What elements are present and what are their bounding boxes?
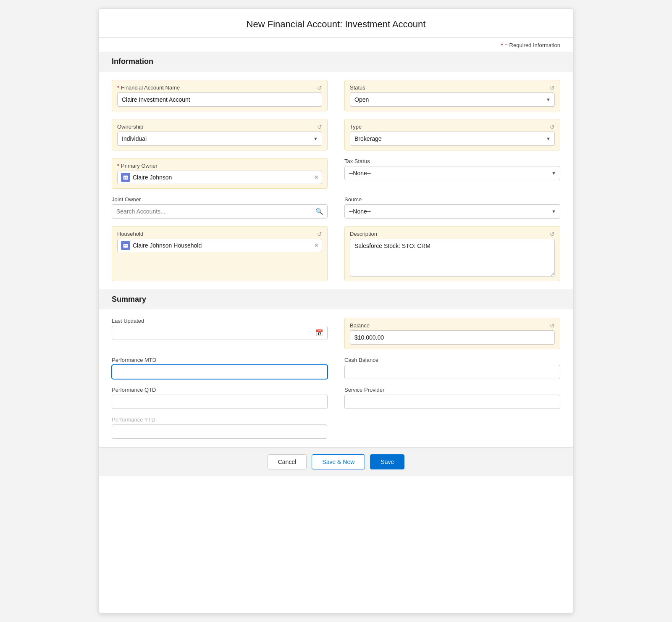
calendar-icon[interactable]: 📅 [315,329,323,337]
performance-mtd-input[interactable] [112,365,328,379]
primary-owner-icon [121,173,130,182]
summary-section-header: Summary [99,290,573,309]
reset-financial-account-name-icon[interactable]: ↺ [317,85,322,91]
last-updated-group: Last Updated 📅 [112,318,328,349]
building-icon [123,174,129,180]
household-value: Claire Johnson Household [133,242,312,249]
reset-household-icon[interactable]: ↺ [317,231,322,237]
tax-status-select-wrapper: --None-- Taxable Tax-Deferred Tax-Exempt [344,166,560,180]
status-select-wrapper: Open Closed Pending [350,92,555,107]
performance-qtd-group: Performance QTD [112,387,328,409]
primary-owner-clear-button[interactable]: × [315,174,318,181]
required-marker-primary: * [117,163,119,169]
modal-header: New Financial Account: Investment Accoun… [99,9,573,38]
description-textarea[interactable]: Salesforce Stock: STO: CRM [350,239,555,277]
primary-owner-lookup[interactable]: Claire Johnson × [117,171,322,184]
tax-status-select[interactable]: --None-- Taxable Tax-Deferred Tax-Exempt [344,166,560,180]
required-marker: * [117,84,119,91]
svg-rect-2 [126,177,127,178]
household-icon [121,241,130,250]
performance-ytd-input[interactable] [112,424,327,439]
reset-status-icon[interactable]: ↺ [550,85,555,91]
save-new-button[interactable]: Save & New [312,454,365,469]
information-form-grid: * Financial Account Name ↺ Status ↺ [112,80,560,281]
save-button[interactable]: Save [370,454,404,469]
source-select-wrapper: --None-- Referral Walk-in Online [344,204,560,219]
ownership-select[interactable]: Individual Joint Trust [117,132,322,146]
cash-balance-group: Cash Balance [344,357,560,379]
reset-balance-icon[interactable]: ↺ [550,323,555,329]
financial-account-name-group: * Financial Account Name ↺ [112,80,328,111]
household-lookup[interactable]: Claire Johnson Household × [117,239,322,252]
status-select[interactable]: Open Closed Pending [350,92,555,107]
status-group: Status ↺ Open Closed Pending [344,80,560,111]
joint-owner-search-input[interactable] [112,204,328,219]
household-group: Household ↺ Claire Johnson Household [112,226,328,281]
last-updated-date-field: 📅 [112,326,328,340]
performance-ytd-group: Performance YTD [112,416,560,439]
joint-owner-search-field: 🔍 [112,204,328,219]
performance-ytd-row: Performance YTD [112,416,560,439]
ownership-select-wrapper: Individual Joint Trust [117,132,322,146]
modal-container: New Financial Account: Investment Accoun… [99,8,573,614]
building2-icon [123,242,129,248]
modal-footer: Cancel Save & New Save [99,447,573,476]
type-select-wrapper: Brokerage IRA 401k Other [350,132,555,146]
required-note: * = Required Information [99,38,573,52]
information-section-header: Information [99,52,573,71]
svg-rect-8 [124,245,125,246]
reset-ownership-icon[interactable]: ↺ [317,124,322,130]
service-provider-group: Service Provider [344,387,560,409]
primary-owner-value: Claire Johnson [133,174,312,181]
svg-rect-6 [123,175,128,177]
information-section-body: * Financial Account Name ↺ Status ↺ [99,71,573,290]
summary-form-grid: Last Updated 📅 Balance ↺ [112,318,560,409]
type-select[interactable]: Brokerage IRA 401k Other [350,132,555,146]
financial-account-name-input[interactable] [117,92,322,107]
joint-owner-group: Joint Owner 🔍 [112,196,328,219]
source-group: Source --None-- Referral Walk-in Online [344,196,560,219]
ownership-group: Ownership ↺ Individual Joint Trust [112,119,328,150]
balance-input[interactable] [350,330,555,345]
svg-rect-9 [126,245,127,246]
cancel-button[interactable]: Cancel [268,454,307,469]
source-select[interactable]: --None-- Referral Walk-in Online [344,204,560,219]
required-star: * [501,42,503,48]
last-updated-input[interactable] [112,326,328,340]
search-icon: 🔍 [315,208,323,215]
page-title: New Financial Account: Investment Accoun… [112,19,560,30]
svg-rect-10 [125,246,126,248]
balance-group: Balance ↺ [344,318,560,349]
svg-rect-1 [124,177,125,178]
type-group: Type ↺ Brokerage IRA 401k Other [344,119,560,150]
summary-section-body: Last Updated 📅 Balance ↺ [99,309,573,447]
reset-type-icon[interactable]: ↺ [550,124,555,130]
performance-qtd-input[interactable] [112,395,328,409]
description-group: Description ↺ Salesforce Stock: STO: CRM [344,226,560,281]
household-clear-button[interactable]: × [315,242,318,249]
cash-balance-input[interactable] [344,365,560,379]
tax-status-group: Tax Status --None-- Taxable Tax-Deferred… [344,158,560,189]
svg-rect-5 [125,178,126,180]
performance-mtd-group: Performance MTD [112,357,328,379]
primary-owner-group: * Primary Owner [112,158,328,189]
service-provider-input[interactable] [344,395,560,409]
reset-description-icon[interactable]: ↺ [550,231,555,237]
